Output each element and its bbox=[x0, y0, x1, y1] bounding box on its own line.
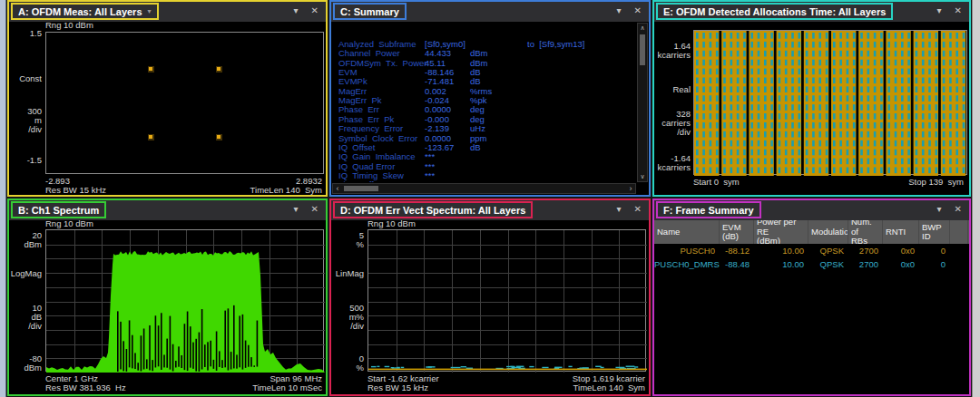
panel-frame-summary: F: Frame Summary ▾ ✕ NameEVM (dB)Power p… bbox=[652, 198, 971, 396]
column-header[interactable]: Name bbox=[654, 220, 720, 244]
table-header-row: NameEVM (dB)Power per RE (dBm)Modulation… bbox=[654, 220, 969, 244]
column-header[interactable]: Power per RE (dBm) bbox=[754, 220, 808, 244]
table-cell: PUSCH0 bbox=[654, 246, 720, 256]
allocations-plot[interactable] bbox=[693, 30, 967, 175]
panel-b-title-tab[interactable]: B: Ch1 Spectrum bbox=[11, 201, 106, 218]
scroll-right-icon[interactable]: › bbox=[626, 184, 635, 193]
panel-f-title: F: Frame Summary bbox=[663, 205, 754, 216]
panel-a-titlebar[interactable]: A: OFDM Meas: All Layers ▾ ▾ ✕ bbox=[9, 2, 326, 22]
table-cell: -88.12 bbox=[720, 246, 754, 256]
panel-c-title-tab[interactable]: C: Summary bbox=[333, 3, 407, 20]
summary-label: Symbol Clock Error bbox=[338, 134, 417, 143]
table-row[interactable]: PUSCH0_DMRS-88.4810.00QPSK27000x00 bbox=[654, 257, 969, 271]
close-icon[interactable]: ✕ bbox=[955, 204, 962, 215]
y-axis-format-label: LinMag bbox=[331, 269, 364, 278]
y-axis-top-unit: % bbox=[331, 240, 364, 249]
panel-c-titlebar[interactable]: C: Summary ▾ ✕ bbox=[331, 2, 649, 22]
right-scrollbar-strip[interactable] bbox=[972, 0, 980, 397]
minimize-icon[interactable]: ▾ bbox=[617, 5, 622, 16]
column-header[interactable]: RNTI bbox=[883, 220, 919, 244]
y-axis-scale-div: /div bbox=[9, 125, 42, 134]
summary-value: -2.139 bbox=[425, 124, 449, 133]
table-cell: QPSK bbox=[808, 246, 848, 256]
summary-extra: to [Sf9,sym13] bbox=[527, 40, 584, 49]
table-cell: 0x0 bbox=[883, 246, 919, 256]
scroll-up-icon[interactable]: ∧ bbox=[638, 24, 647, 32]
summary-unit: us bbox=[470, 180, 479, 182]
minimize-icon[interactable]: ▾ bbox=[294, 204, 299, 215]
y-axis-bottom-unit: dBm bbox=[9, 363, 42, 373]
panel-f-title-tab[interactable]: F: Frame Summary bbox=[656, 201, 761, 218]
vsa-app-window: A: OFDM Meas: All Layers ▾ ▾ ✕ Rng 10 dB… bbox=[0, 0, 980, 397]
summary-unit: dB bbox=[470, 77, 481, 86]
y-axis-format-label: Const bbox=[9, 74, 42, 83]
summary-value: *** bbox=[425, 152, 435, 161]
table-cell: 10.00 bbox=[754, 259, 808, 269]
spectrum-plot[interactable] bbox=[45, 229, 324, 372]
panel-ofdm-meas: A: OFDM Meas: All Layers ▾ ▾ ✕ Rng 10 dB… bbox=[7, 0, 328, 197]
panel-e-titlebar[interactable]: E: OFDM Detected Allocations Time: All L… bbox=[654, 2, 969, 22]
minimize-icon[interactable]: ▾ bbox=[937, 204, 942, 215]
column-header[interactable]: Num. of RBs bbox=[848, 220, 883, 244]
res-bw-label: Res BW 15 kHz bbox=[368, 383, 428, 392]
summary-label: EVMPk bbox=[338, 77, 368, 86]
minimize-icon[interactable]: ▾ bbox=[617, 204, 622, 215]
panel-f-titlebar[interactable]: F: Frame Summary ▾ ✕ bbox=[654, 200, 969, 220]
panel-d-titlebar[interactable]: D: OFDM Err Vect Spectrum: All Layers ▾ … bbox=[331, 200, 649, 220]
summary-value: 0.0000 bbox=[425, 105, 451, 114]
summary-row: Symbol Clock Error0.0000ppm bbox=[333, 134, 636, 144]
hscrollbar-thumb[interactable] bbox=[344, 186, 378, 191]
table-cell: 10.00 bbox=[754, 246, 808, 256]
y-axis-scale-div: /div bbox=[9, 322, 42, 331]
constellation-plot[interactable] bbox=[45, 32, 324, 174]
summary-label: IQ Gain Imbalance bbox=[338, 152, 415, 161]
summary-unit: dBm bbox=[470, 49, 488, 58]
close-icon[interactable]: ✕ bbox=[955, 5, 962, 16]
res-bw-label: Res BW 381.936 Hz bbox=[45, 383, 126, 392]
table-cell: PUSCH0_DMRS bbox=[654, 259, 720, 269]
panel-a-title-tab[interactable]: A: OFDM Meas: All Layers ▾ bbox=[11, 3, 159, 20]
scroll-left-icon[interactable]: ‹ bbox=[333, 184, 342, 193]
table-row[interactable]: PUSCH0-88.1210.00QPSK27000x00 bbox=[654, 244, 969, 257]
panel-b-title: B: Ch1 Spectrum bbox=[18, 205, 99, 216]
err-vect-plot[interactable] bbox=[368, 229, 646, 372]
summary-unit: ppm bbox=[470, 134, 486, 143]
y-axis-bottom-unit: % bbox=[331, 363, 364, 373]
chevron-down-icon[interactable]: ▾ bbox=[148, 8, 152, 15]
summary-unit: deg bbox=[470, 105, 485, 114]
table-cell: 0x0 bbox=[883, 259, 919, 269]
x-axis-stop-label: Stop 139 sym bbox=[908, 178, 964, 187]
vscrollbar-thumb[interactable] bbox=[640, 34, 645, 65]
panel-e-title-tab[interactable]: E: OFDM Detected Allocations Time: All L… bbox=[656, 3, 893, 20]
panel-b-titlebar[interactable]: B: Ch1 Spectrum ▾ ✕ bbox=[9, 200, 326, 220]
table-cell: -88.48 bbox=[720, 259, 754, 269]
vertical-scrollbar[interactable]: ∧ ∨ bbox=[637, 23, 648, 182]
close-icon[interactable]: ✕ bbox=[311, 204, 318, 215]
panel-b-content: Rng 10 dBm 20 dBm LogMag 10 dB /div -80 … bbox=[9, 220, 326, 394]
table-cell: 0 bbox=[919, 259, 950, 269]
summary-value: -175.98 bbox=[425, 180, 454, 182]
summary-label: Channel Power bbox=[338, 49, 400, 58]
summary-row: OFDMSym Tx. Power45.11dBm bbox=[333, 59, 636, 69]
close-icon[interactable]: ✕ bbox=[311, 5, 318, 16]
table-cell: 2700 bbox=[848, 246, 883, 256]
minimize-icon[interactable]: ▾ bbox=[937, 5, 942, 16]
column-header[interactable]: Modulation bbox=[808, 220, 848, 244]
horizontal-scrollbar[interactable]: ‹ › bbox=[332, 183, 636, 194]
column-header[interactable]: EVM (dB) bbox=[720, 220, 754, 244]
column-header[interactable]: BWP ID bbox=[919, 220, 950, 244]
res-bw-label: Res BW 15 kHz bbox=[45, 186, 106, 195]
summary-label: Frequency Error bbox=[338, 124, 403, 133]
summary-value: 44.433 bbox=[425, 49, 451, 58]
column-header[interactable] bbox=[950, 220, 968, 244]
close-icon[interactable]: ✕ bbox=[634, 5, 642, 16]
panel-d-title-tab[interactable]: D: OFDM Err Vect Spectrum: All Layers bbox=[333, 201, 533, 218]
scroll-down-icon[interactable]: ∨ bbox=[638, 173, 647, 180]
summary-value: 0.0000 bbox=[425, 134, 451, 143]
close-icon[interactable]: ✕ bbox=[634, 204, 642, 215]
y-axis-format-label: LogMag bbox=[9, 269, 42, 278]
minimize-icon[interactable]: ▾ bbox=[294, 5, 299, 16]
timelen-label: TimeLen 10 mSec bbox=[252, 383, 322, 392]
y-axis-scale-div: /div bbox=[331, 322, 364, 331]
timelen-label: TimeLen 140 Sym bbox=[573, 383, 645, 392]
